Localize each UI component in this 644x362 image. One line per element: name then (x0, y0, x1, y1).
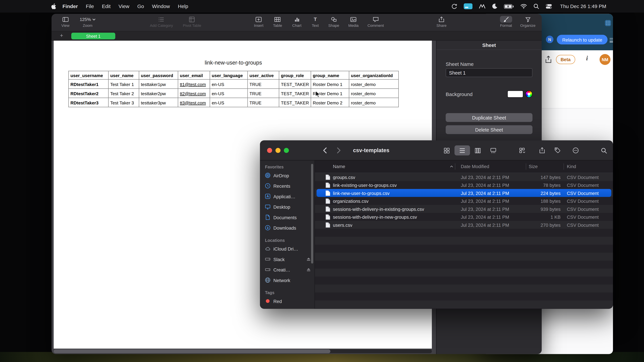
cell[interactable]: testtaker3pw (139, 98, 178, 107)
color-wheel-button[interactable] (526, 90, 533, 98)
menu-item-edit[interactable]: Edit (102, 3, 111, 9)
cell[interactable]: RDtestTaker2 (68, 89, 108, 98)
horizontal-scrollbar[interactable] (54, 350, 432, 353)
sidebar-item-network[interactable]: Network (260, 275, 314, 285)
file-row-groups-csv[interactable]: groups.csv Jul 23, 2024 at 2:11 PM 147 b… (315, 173, 613, 181)
file-row-sessions-with-delivery-in-existing-groups-csv[interactable]: sessions-with-delivery-in-existing-group… (315, 205, 613, 213)
cell[interactable]: TEST_TAKER (279, 98, 311, 107)
eject-icon[interactable] (306, 257, 311, 261)
media-button[interactable]: Media (348, 16, 358, 28)
column-header-size[interactable]: Size (529, 164, 538, 169)
column-header-date-modified[interactable]: Date Modified (461, 164, 489, 169)
cell[interactable]: TEST_TAKER (279, 89, 311, 98)
sidebar-item-tag-red[interactable]: Red (260, 296, 314, 306)
cell[interactable]: RDtestTaker3 (68, 98, 108, 107)
column-header-kind[interactable]: Kind (567, 164, 576, 169)
apple-menu[interactable] (51, 3, 57, 9)
menu-extra-mountains-icon[interactable] (479, 4, 486, 9)
zoom-control[interactable]: 125% Zoom (80, 16, 96, 28)
battery-icon[interactable] (504, 4, 514, 9)
icon-view-button[interactable] (439, 145, 455, 156)
finder-share-button[interactable] (536, 145, 548, 156)
hamburger-menu-icon[interactable] (610, 37, 613, 43)
sidebar-item-recents[interactable]: Recents (260, 181, 314, 191)
relaunch-to-update-button[interactable]: Relaunch to update (557, 35, 608, 44)
user-avatar[interactable]: NM (600, 54, 610, 65)
cell[interactable]: TEST_TAKER (279, 79, 311, 89)
group-by-button[interactable] (516, 145, 529, 156)
comment-button[interactable]: Comment (368, 16, 384, 28)
insert-button[interactable]: Insert (254, 16, 263, 28)
file-row-users-csv[interactable]: users.csv Jul 23, 2024 at 2:11 PM 270 by… (315, 221, 613, 229)
menu-item-window[interactable]: Window (152, 3, 170, 9)
sync-status-icon[interactable] (451, 3, 458, 9)
sidebar-item-applications[interactable]: Applicati… (260, 191, 314, 202)
screen-sharing-indicator-icon[interactable] (464, 3, 472, 9)
beta-badge[interactable]: Beta (556, 55, 575, 64)
sidebar-item-desktop[interactable]: Desktop (260, 202, 314, 212)
delete-sheet-button[interactable]: Delete Sheet (446, 125, 533, 134)
more-actions-button[interactable] (569, 145, 582, 156)
minimize-button[interactable] (276, 148, 280, 153)
cell-email[interactable]: tt1@test.com (178, 79, 210, 89)
wifi-icon[interactable] (520, 4, 527, 9)
file-row-link-existing-user-to-groups-csv[interactable]: link-existing-user-to-groups.csv Jul 23,… (315, 181, 613, 189)
sheet-tab[interactable]: Sheet 1 (71, 33, 116, 39)
menu-item-finder[interactable]: Finder (62, 3, 78, 9)
share-button[interactable]: Share (436, 16, 446, 28)
col-header[interactable]: user_language (210, 71, 248, 79)
sidebar-item-downloads[interactable]: Downloads (260, 223, 314, 233)
document-table-title[interactable]: link-new-user-to-groups (68, 59, 398, 66)
control-center-icon[interactable] (546, 4, 552, 9)
cell[interactable]: en-US (210, 89, 248, 98)
text-button[interactable]: T Text (312, 16, 319, 28)
column-view-button[interactable] (470, 145, 486, 156)
cell[interactable]: en-US (210, 79, 248, 89)
sidebar-item-creative-drive[interactable]: Creati… (260, 265, 314, 275)
cell[interactable]: Roster Demo 2 (311, 98, 349, 107)
add-sheet-button[interactable]: + (60, 32, 63, 39)
duplicate-sheet-button[interactable]: Duplicate Sheet (446, 113, 533, 122)
add-category-button[interactable]: Add Category (150, 16, 173, 28)
col-header[interactable]: user_organizationId (349, 71, 398, 79)
gallery-view-button[interactable] (486, 145, 501, 156)
app-grid-icon[interactable] (605, 20, 611, 26)
scrollbar-thumb[interactable] (54, 350, 330, 353)
spotlight-search-icon[interactable] (533, 3, 539, 9)
col-header[interactable]: user_active (248, 71, 279, 79)
eject-icon[interactable] (306, 268, 311, 272)
cell[interactable]: roster_demo (349, 98, 398, 107)
cell[interactable]: RDtestTaker1 (68, 79, 108, 89)
background-color-swatch[interactable] (507, 90, 523, 98)
file-row-organizations-csv[interactable]: organizations.csv Jul 23, 2024 at 2:11 P… (315, 197, 613, 205)
cell[interactable]: TRUE (248, 79, 279, 89)
menu-clock[interactable]: Thu Dec 26 1:49 PM (560, 3, 606, 9)
cell[interactable]: roster_demo (349, 79, 398, 89)
cell[interactable]: Test Taker 3 (108, 98, 139, 107)
view-button[interactable]: View (62, 16, 70, 28)
sidebar-item-slack-drive[interactable]: Slack (260, 254, 314, 265)
cell[interactable]: TRUE (248, 98, 279, 107)
list-view-button[interactable] (454, 145, 470, 156)
menu-item-file[interactable]: File (86, 3, 94, 9)
col-header[interactable]: user_email (178, 71, 210, 79)
shape-button[interactable]: Shape (328, 16, 339, 28)
file-row-sessions-with-delivery-in-new-groups-csv[interactable]: sessions-with-delivery-in-new-groups.csv… (315, 213, 613, 221)
info-icon[interactable]: i (586, 55, 588, 62)
cell[interactable]: Test Taker 1 (108, 79, 139, 89)
inspector-tab-sheet[interactable]: Sheet (436, 41, 542, 50)
chart-button[interactable]: Chart (292, 16, 301, 28)
forward-button[interactable] (337, 147, 341, 156)
pivot-table-button[interactable]: Pivot Table (183, 16, 201, 28)
cell[interactable]: TRUE (248, 89, 279, 98)
table-button[interactable]: Table (273, 16, 282, 28)
sidebar-item-icloud-drive[interactable]: iCloud Dri… (260, 244, 314, 254)
col-header[interactable]: user_name (108, 71, 139, 79)
cell[interactable]: testtaker1pw (139, 79, 178, 89)
menu-item-go[interactable]: Go (137, 3, 144, 9)
cell[interactable]: roster_demo (349, 89, 398, 98)
format-button[interactable]: Format (500, 16, 512, 28)
cell[interactable]: en-US (210, 98, 248, 107)
col-header[interactable]: group_role (279, 71, 311, 79)
cell[interactable]: Roster Demo 1 (311, 79, 349, 89)
